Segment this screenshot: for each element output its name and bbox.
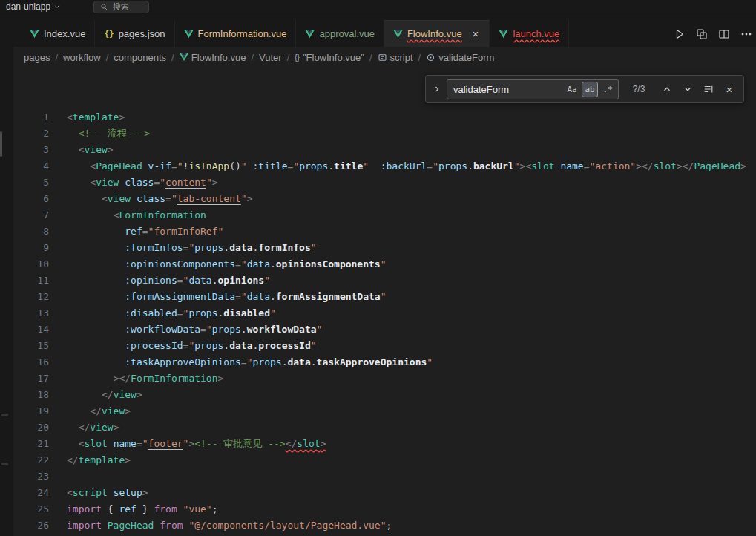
code-line[interactable]: 13 :disabled="props.disabled"	[13, 305, 756, 321]
code-line[interactable]: 3 <view>	[13, 142, 756, 158]
line-number: 17	[13, 370, 49, 387]
whole-word-toggle[interactable]: ab	[582, 82, 598, 97]
code-line[interactable]: 23	[13, 468, 756, 485]
code-line[interactable]: 19 </view>	[13, 403, 756, 419]
code-line[interactable]: 25import { ref } from "vue";	[13, 501, 756, 517]
breadcrumb-item[interactable]: validateForm	[426, 52, 494, 63]
line-number: 14	[13, 321, 49, 338]
tab-pages-json[interactable]: {}pages.json	[95, 20, 174, 47]
tab-launch-vue[interactable]: launch.vue	[490, 20, 569, 47]
chevron-down-icon	[53, 3, 61, 10]
code-line[interactable]: 14 :workflowData="props.workflowData"	[13, 321, 756, 338]
regex-toggle[interactable]: .*	[599, 82, 616, 97]
code-line[interactable]: 7 <FormInformation	[13, 207, 756, 223]
breadcrumb-item[interactable]: FlowInfo.vue	[180, 52, 246, 63]
code-line[interactable]: 20 </view>	[13, 419, 756, 436]
breadcrumb-item[interactable]: pages	[24, 52, 50, 63]
sidebar-fragment	[1, 463, 8, 465]
breadcrumb-separator: /	[171, 52, 174, 63]
code-line[interactable]: 11 :opinions="data.opinions"	[13, 272, 756, 289]
line-number: 8	[13, 223, 49, 240]
line-number: 1	[13, 109, 49, 125]
tab-close-icon[interactable]: ×	[471, 27, 481, 40]
close-icon: ×	[726, 83, 733, 96]
line-number: 19	[13, 403, 49, 419]
run-button[interactable]	[673, 27, 686, 41]
code-line[interactable]: 26import PageHead from "@/components/lay…	[13, 517, 756, 534]
breadcrumb-item[interactable]: {}"FlowInfo.vue"	[295, 52, 364, 63]
sidebar-scrollbar[interactable]	[0, 131, 2, 157]
tab-forminformation-vue[interactable]: FormInformation.vue	[175, 20, 297, 47]
line-number: 15	[13, 338, 49, 354]
line-number: 4	[13, 158, 49, 174]
symbol-function-icon	[426, 53, 435, 62]
breadcrumb-item[interactable]: script	[378, 52, 413, 63]
code-line[interactable]: 5 <view class="content">	[13, 174, 756, 191]
line-number: 3	[13, 142, 49, 158]
code-line[interactable]: 17 ></FormInformation>	[13, 370, 756, 387]
breadcrumb-item[interactable]: workflow	[63, 52, 101, 63]
title-bar: dan-uniapp 搜索	[0, 0, 756, 14]
sidebar-fragment	[1, 414, 8, 416]
line-number: 18	[13, 387, 49, 403]
tab-index-vue[interactable]: Index.vue	[21, 20, 95, 47]
symbol-module-icon	[378, 53, 387, 62]
code-line[interactable]: 8 ref="formInfoRef"	[13, 223, 756, 240]
split-editor-button[interactable]	[717, 27, 731, 41]
vscode-window: dan-uniapp 搜索 Index.vue{}pages.jsonFormI…	[0, 0, 756, 536]
line-number: 11	[13, 272, 49, 289]
find-input-wrap: Aaab.*	[447, 79, 619, 99]
code-line[interactable]: 6 <view class="tab-content">	[13, 191, 756, 207]
breadcrumb-item-label: script	[390, 52, 413, 63]
breadcrumb-item[interactable]: components	[114, 52, 166, 63]
vue-icon	[30, 30, 39, 38]
command-center-search[interactable]: 搜索	[93, 1, 149, 13]
close-find-button[interactable]: ×	[721, 81, 737, 97]
code-line[interactable]: 4 <PageHead v-if="!isInApp()" :title="pr…	[13, 158, 756, 174]
breadcrumb-separator: /	[251, 52, 254, 63]
more-actions-button[interactable]	[740, 27, 753, 41]
line-number: 21	[13, 436, 49, 452]
line-number: 6	[13, 191, 49, 207]
next-match-button[interactable]	[680, 81, 696, 97]
previous-match-button[interactable]	[659, 81, 675, 97]
activity-bar-sliver	[0, 14, 13, 536]
code-area: 1<template>2 <!-- 流程 -->3 <view>4 <PageH…	[13, 68, 756, 534]
more-actions-icon	[740, 28, 752, 40]
line-number: 25	[13, 501, 49, 517]
vue-icon	[393, 30, 403, 38]
editor: 1<template>2 <!-- 流程 -->3 <view>4 <PageH…	[13, 68, 756, 536]
breadcrumb: pages/workflow/components/FlowInfo.vue/V…	[13, 47, 756, 68]
tab-label: pages.json	[119, 28, 165, 39]
breadcrumb-item-label: workflow	[63, 52, 101, 63]
line-number: 7	[13, 207, 49, 223]
code-line[interactable]: 12 :formAssignmentData="data.formAssignm…	[13, 289, 756, 305]
play-icon	[674, 28, 686, 40]
tab-label: FlowInfo.vue	[407, 28, 462, 39]
code-line[interactable]: 10 :opinionsComponents="data.opinionsCom…	[13, 256, 756, 272]
code-line[interactable]: 24<script setup>	[13, 485, 756, 501]
code-line[interactable]: 15 :processId="props.data.processId"	[13, 338, 756, 354]
workspace-menu[interactable]: dan-uniapp	[0, 1, 68, 12]
breadcrumb-item-label: pages	[24, 52, 50, 63]
code-line[interactable]: 9 :formInfos="props.data.formInfos"	[13, 240, 756, 256]
tab-approval-vue[interactable]: approval.vue	[296, 20, 384, 47]
tab-flowinfo-vue[interactable]: FlowInfo.vue×	[384, 20, 490, 47]
code-line[interactable]: 2 <!-- 流程 -->	[13, 125, 756, 142]
split-editor-icon	[718, 28, 730, 40]
breadcrumb-item-label: Vuter	[259, 52, 282, 63]
open-changes-icon	[696, 28, 708, 40]
match-case-toggle[interactable]: Aa	[564, 82, 580, 97]
find-options: Aaab.*	[564, 82, 616, 97]
code-line[interactable]: 21 <slot name="footer"><!-- 审批意见 --></sl…	[13, 436, 756, 452]
code-line[interactable]: 16 :taskApproveOpinions="props.data.task…	[13, 354, 756, 370]
find-in-selection-button[interactable]	[700, 81, 717, 97]
breadcrumb-item[interactable]: Vuter	[259, 52, 282, 63]
tab-label: approval.vue	[319, 28, 374, 39]
toggle-replace-button[interactable]	[432, 85, 442, 94]
breadcrumb-item-label: "FlowInfo.vue"	[303, 52, 364, 63]
open-changes-button[interactable]	[695, 27, 709, 41]
code-line[interactable]: 18 </view>	[13, 387, 756, 403]
code-line[interactable]: 1<template>	[13, 109, 756, 125]
code-line[interactable]: 22</template>	[13, 452, 756, 468]
